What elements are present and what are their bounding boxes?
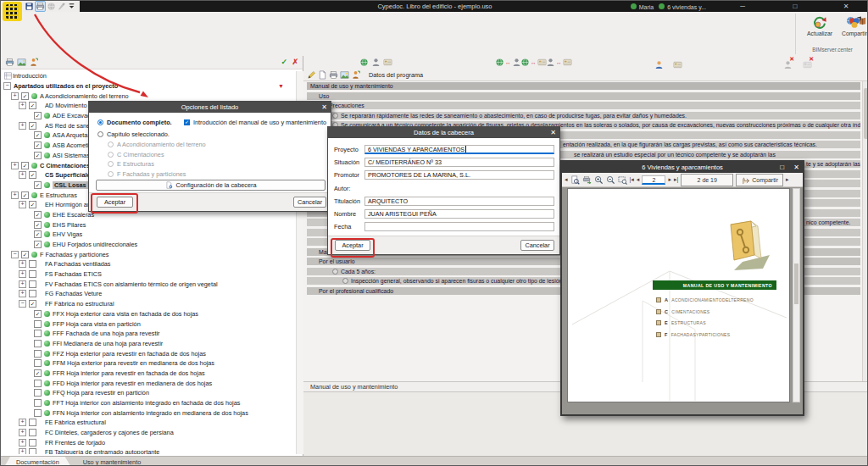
collapse-icon[interactable]: −	[19, 300, 26, 308]
checkbox-checked-icon[interactable]: ✓	[34, 369, 42, 377]
expand-icon[interactable]: +	[19, 122, 26, 130]
promotor-input[interactable]: PROMOTORES DE LA MARINA, S.L.	[364, 170, 554, 180]
close-icon[interactable]: ✕	[793, 162, 799, 173]
checkbox-icon[interactable]	[34, 380, 42, 387]
checkbox-checked-icon[interactable]: ✓	[29, 102, 36, 109]
close-icon[interactable]: ✕	[321, 102, 327, 113]
titulación-input[interactable]: ARQUITECTO	[364, 197, 554, 206]
tab-uso-y-mantenimiento[interactable]: Uso y mantenimiento	[71, 457, 153, 466]
expand-icon[interactable]: +	[19, 171, 26, 179]
chevron-down-icon[interactable]	[67, 2, 76, 11]
tree-item[interactable]: FFZ Hoja exterior para revestir en facha…	[1, 348, 296, 358]
close-icon[interactable]: ✕	[550, 127, 556, 138]
page-number-input[interactable]: 2	[642, 175, 665, 185]
expand-icon[interactable]: +	[19, 270, 26, 278]
expand-icon[interactable]: +	[19, 429, 26, 436]
expand-icon[interactable]: +	[19, 439, 26, 447]
aceptar-button[interactable]: Aceptar	[97, 197, 133, 208]
proyecto-input[interactable]: 6 VIVIENDAS Y APARCAMIENTOS	[364, 145, 554, 154]
checkbox-icon[interactable]	[29, 270, 36, 278]
expand-icon[interactable]: +	[19, 102, 26, 109]
minimize-button[interactable]: ─	[732, 1, 754, 12]
checkbox-checked-icon[interactable]: ✓	[21, 92, 29, 100]
check-introduccion[interactable]: ✓ Introducción del manual de uso y mante…	[184, 119, 326, 126]
expand-icon[interactable]: +	[19, 419, 26, 426]
checkbox-checked-icon[interactable]: ✓	[34, 112, 42, 119]
situación-input[interactable]: C/ MEDITERRÁNEO Nº 33	[364, 158, 554, 167]
tree-item[interactable]: −✓F Fachadas y particiones	[1, 249, 296, 259]
cancelar-button[interactable]: Cancelar	[520, 240, 554, 251]
pencil-icon[interactable]	[307, 70, 316, 80]
zoom-in-icon[interactable]	[594, 175, 604, 185]
checkbox-checked-icon[interactable]: ✓	[34, 152, 42, 159]
collapse-icon[interactable]: −	[3, 82, 11, 90]
toolbar-scroll-right-icon[interactable]: ▸	[786, 176, 789, 183]
cancel-icon[interactable]: ✗	[292, 58, 298, 66]
checkbox-checked-icon[interactable]: ✓	[29, 171, 36, 179]
tree-item[interactable]: +✓A Acondicionamiento del terreno	[1, 91, 296, 101]
maximize-icon[interactable]: □	[780, 162, 784, 173]
nombre-input[interactable]: JUAN ARISTEGUI PEÑA	[364, 209, 554, 219]
tree-item[interactable]: ✓EHU Forjados unidireccionales	[1, 240, 296, 250]
document-row[interactable]: Uso	[307, 92, 860, 100]
checkbox-icon[interactable]	[34, 320, 42, 328]
expand-icon[interactable]: +	[19, 448, 26, 454]
document-row[interactable]: Manual de uso y mantenimiento	[307, 82, 860, 90]
tree-item[interactable]: ✓EHV Vigas	[1, 230, 296, 240]
checkbox-icon[interactable]	[34, 409, 42, 417]
tree-item[interactable]: ✓EHS Pilares	[1, 219, 296, 230]
cancelar-button[interactable]: Cancelar	[293, 197, 326, 208]
checkbox-icon[interactable]	[34, 350, 42, 358]
tree-item[interactable]: −✓FF Fábrica no estructural	[1, 299, 296, 309]
tree-item[interactable]: −Apartados utilizados en el proyecto▼	[1, 81, 296, 92]
checkbox-checked-icon[interactable]: ✓	[34, 181, 42, 189]
fecha-input[interactable]	[364, 222, 554, 231]
document-scrollbar[interactable]	[862, 81, 868, 382]
config-cabecera-button[interactable]: Configuración de la cabecera	[96, 180, 326, 191]
tree-item[interactable]: +FR Frentes de forjado	[1, 437, 296, 447]
tree-item[interactable]: +FG Fachadas Veture	[1, 289, 296, 299]
tree-item[interactable]: +FE Fábrica estructural	[1, 418, 296, 428]
tree-item[interactable]: Introducción	[1, 71, 296, 81]
tree-item[interactable]: +FB Tabiquería de entramado autoportante	[1, 447, 296, 454]
compartir-button[interactable]: Compartir	[840, 16, 868, 43]
tree-item[interactable]: +FS Fachadas ETICS	[1, 269, 296, 280]
card-icon[interactable]	[383, 58, 392, 67]
maximize-button[interactable]: □	[784, 1, 806, 12]
close-button[interactable]: ✕	[835, 1, 857, 12]
expand-icon[interactable]: +	[11, 191, 19, 199]
link-globec-person-icon[interactable]: ↔	[495, 58, 521, 67]
user-badge[interactable]: Maria	[631, 3, 654, 10]
person-icon[interactable]	[371, 58, 381, 67]
expand-icon[interactable]: +	[19, 201, 26, 208]
tree-item[interactable]: +FC Dinteles, cargaderos y cajones de pe…	[1, 428, 296, 438]
checkbox-checked-icon[interactable]: ✓	[21, 251, 29, 258]
checkbox-checked-icon[interactable]: ✓	[21, 162, 29, 169]
tree-item[interactable]: FFM Hoja exterior para revestir en media…	[1, 358, 296, 369]
checkbox-icon[interactable]	[34, 389, 42, 397]
checkbox-checked-icon[interactable]: ✓	[29, 201, 36, 208]
tree-item[interactable]: ✓FFX Hoja exterior cara vista en fachada…	[1, 309, 296, 319]
document-row[interactable]: Precauciones	[307, 102, 860, 109]
print-icon[interactable]	[329, 70, 338, 80]
checkbox-icon[interactable]	[34, 330, 42, 337]
checkbox-checked-icon[interactable]: ✓	[34, 310, 42, 318]
collapse-icon[interactable]: −	[11, 251, 19, 258]
radio-capitulo-seleccionado[interactable]: Capítulo seleccionado.	[97, 130, 170, 138]
confirm-icon[interactable]: ✓	[281, 58, 287, 66]
zoom-out-icon[interactable]	[606, 175, 615, 185]
tree-item[interactable]: FFQ Hoja para revestir en partición	[1, 388, 296, 398]
checkbox-icon[interactable]	[29, 429, 36, 436]
checkbox-checked-icon[interactable]: ✓	[34, 241, 42, 248]
checkbox-icon[interactable]	[29, 419, 36, 426]
checkbox-checked-icon[interactable]: ✓	[34, 211, 42, 219]
doc-icon[interactable]	[318, 70, 327, 80]
link-globec-card-icon[interactable]: ↔	[520, 58, 547, 67]
checkbox-checked-icon[interactable]: ✓	[21, 191, 29, 199]
brush-icon[interactable]	[57, 2, 66, 11]
print-export-icon[interactable]	[582, 175, 592, 185]
aceptar-button[interactable]: Aceptar	[335, 240, 370, 251]
print-icon[interactable]	[35, 1, 46, 12]
checkbox-icon[interactable]	[29, 260, 36, 268]
tree-item[interactable]: FFD Hoja interior para revestir en media…	[1, 378, 296, 388]
